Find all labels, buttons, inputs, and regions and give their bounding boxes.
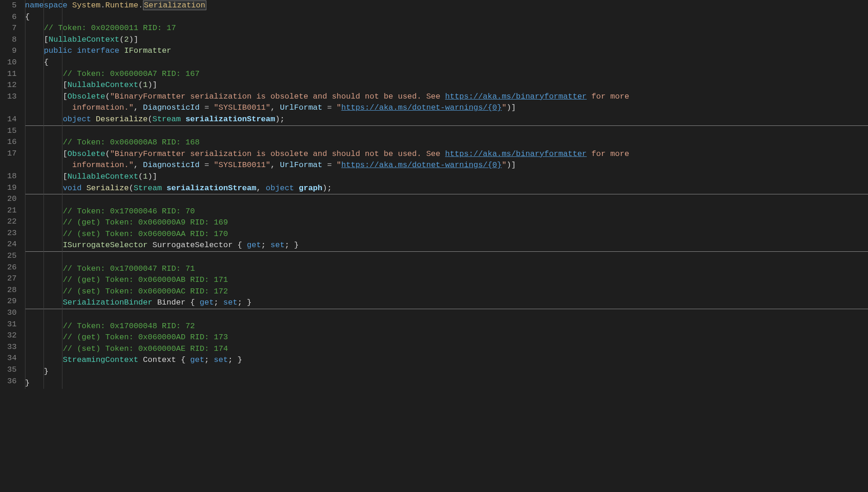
method-name: Deserialize [96,115,148,124]
code-line[interactable]: // Token: 0x060000A8 RID: 168 [25,137,868,149]
code-line[interactable]: // Token: 0x17000048 RID: 72 [25,321,868,332]
code-line[interactable]: // (get) Token: 0x060000AB RID: 171 [25,274,868,286]
line-number: 6 [0,12,17,23]
line-number: 10 [0,57,17,69]
code-line[interactable]: namespace System.Runtime.Serialization [25,0,868,12]
line-number: 19 [0,182,17,194]
code-line[interactable] [25,126,868,137]
property-name: Binder [157,298,186,307]
code-line[interactable]: // Token: 0x17000047 RID: 71 [25,263,868,275]
property-name: Context [143,355,176,364]
line-number-gutter: 5 6 7 8 9 10 11 12 13 14 15 16 17 18 19 … [0,0,22,389]
line-number: 5 [0,0,17,12]
property-name: SurrogateSelector [152,241,232,249]
code-line[interactable]: ISurrogateSelector SurrogateSelector { g… [25,240,868,251]
method-name: Serialize [87,184,129,193]
line-number: 30 [0,307,17,319]
url-link[interactable]: https://aka.ms/dotnet-warnings/{0} [341,161,502,169]
line-number: 24 [0,239,17,250]
url-link[interactable]: https://aka.ms/binaryformatter [445,149,587,158]
line-number: 18 [0,171,17,182]
line-number: 36 [0,376,17,387]
line-number: 7 [0,23,17,34]
line-number: 14 [0,114,17,125]
code-line[interactable]: // Token: 0x060000A7 RID: 167 [25,69,868,80]
namespace-part-selected: Serialization [143,0,206,10]
code-line[interactable]: // Token: 0x02000011 RID: 17 [25,23,868,34]
code-line[interactable]: // (set) Token: 0x060000AA RID: 170 [25,229,868,240]
line-number: 11 [0,69,17,80]
line-number: 33 [0,342,17,353]
code-line[interactable]: object Deserialize(Stream serializationS… [25,114,868,125]
comment: // Token: 0x02000011 RID: 17 [44,24,176,32]
line-number: 17 [0,148,17,160]
line-number: 26 [0,262,17,274]
code-line[interactable]: [NullableContext(1)] [25,171,868,183]
line-number: 35 [0,364,17,376]
code-area[interactable]: namespace System.Runtime.Serialization {… [22,0,868,389]
code-line[interactable] [25,309,868,321]
line-number: 32 [0,330,17,342]
code-line[interactable]: // (set) Token: 0x060000AE RID: 174 [25,343,868,355]
line-number: 8 [0,34,17,46]
line-number [0,102,17,114]
line-number: 25 [0,250,17,262]
comment: // Token: 0x060000A8 RID: 168 [63,138,200,147]
line-number: 29 [0,296,17,307]
code-line[interactable]: [Obsolete("BinaryFormatter serialization… [25,91,868,103]
code-editor[interactable]: 5 6 7 8 9 10 11 12 13 14 15 16 17 18 19 … [0,0,868,389]
line-number: 16 [0,137,17,148]
code-line[interactable]: public interface IFormatter [25,45,868,57]
namespace-part: Runtime [105,1,138,10]
code-line[interactable]: } [25,366,868,378]
line-number: 28 [0,285,17,296]
code-line[interactable]: } [25,378,868,389]
code-line[interactable] [25,252,868,263]
code-line[interactable]: StreamingContext Context { get; set; } [25,355,868,366]
line-number: 21 [0,205,17,217]
code-line[interactable]: SerializationBinder Binder { get; set; } [25,297,868,309]
code-line[interactable]: information.", DiagnosticId = "SYSLIB001… [25,102,868,114]
line-number: 27 [0,273,17,285]
url-link[interactable]: https://aka.ms/dotnet-warnings/{0} [341,103,502,112]
attribute: NullableContext [49,35,119,44]
code-line[interactable]: // (set) Token: 0x060000AC RID: 172 [25,286,868,298]
comment: // Token: 0x060000A7 RID: 167 [63,69,200,78]
code-line[interactable]: { [25,57,868,69]
line-number: 13 [0,91,17,103]
line-number: 22 [0,216,17,228]
code-line[interactable]: [NullableContext(2)] [25,34,868,46]
code-line[interactable]: { [25,12,868,23]
line-number [0,159,17,171]
keyword: namespace [25,1,68,10]
code-line[interactable]: // (get) Token: 0x060000AD RID: 173 [25,332,868,343]
code-line[interactable] [25,194,868,206]
code-line[interactable]: // (get) Token: 0x060000A9 RID: 169 [25,217,868,229]
code-line[interactable]: // Token: 0x17000046 RID: 70 [25,206,868,218]
url-link[interactable]: https://aka.ms/binaryformatter [445,92,587,101]
code-line[interactable]: information.", DiagnosticId = "SYSLIB001… [25,160,868,171]
interface-name: IFormatter [124,46,171,55]
attribute: Obsolete [68,92,105,101]
line-number: 34 [0,353,17,364]
line-number: 15 [0,125,17,137]
line-number: 23 [0,228,17,239]
namespace-part: System [72,1,100,10]
line-number: 12 [0,80,17,91]
line-number: 20 [0,193,17,205]
code-line[interactable]: [Obsolete("BinaryFormatter serialization… [25,149,868,160]
code-line[interactable]: [NullableContext(1)] [25,80,868,91]
code-line[interactable]: void Serialize(Stream serializationStrea… [25,183,868,194]
line-number: 9 [0,45,17,57]
line-number: 31 [0,319,17,330]
